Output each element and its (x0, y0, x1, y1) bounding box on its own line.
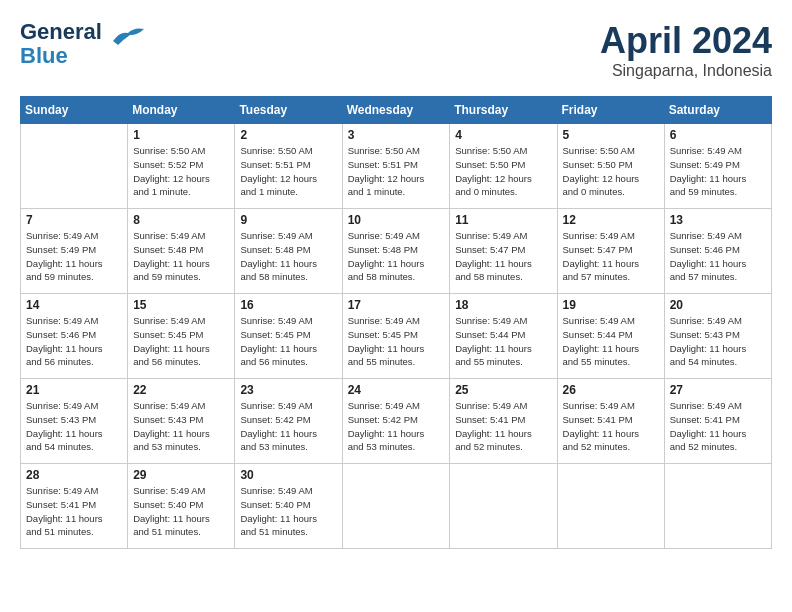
calendar-cell (450, 464, 557, 549)
day-number: 30 (240, 468, 336, 482)
weekday-header-monday: Monday (128, 97, 235, 124)
calendar-cell: 1Sunrise: 5:50 AMSunset: 5:52 PMDaylight… (128, 124, 235, 209)
day-info: Sunrise: 5:49 AMSunset: 5:41 PMDaylight:… (26, 484, 122, 539)
page-header: General Blue April 2024 Singaparna, Indo… (20, 20, 772, 80)
day-number: 6 (670, 128, 766, 142)
day-info: Sunrise: 5:50 AMSunset: 5:51 PMDaylight:… (240, 144, 336, 199)
logo-line1: General (20, 19, 102, 44)
day-number: 22 (133, 383, 229, 397)
day-number: 8 (133, 213, 229, 227)
day-number: 25 (455, 383, 551, 397)
day-number: 26 (563, 383, 659, 397)
day-info: Sunrise: 5:49 AMSunset: 5:43 PMDaylight:… (670, 314, 766, 369)
day-number: 10 (348, 213, 445, 227)
calendar-cell: 16Sunrise: 5:49 AMSunset: 5:45 PMDayligh… (235, 294, 342, 379)
day-info: Sunrise: 5:49 AMSunset: 5:47 PMDaylight:… (455, 229, 551, 284)
day-number: 7 (26, 213, 122, 227)
day-info: Sunrise: 5:49 AMSunset: 5:42 PMDaylight:… (348, 399, 445, 454)
month-title: April 2024 (600, 20, 772, 62)
day-info: Sunrise: 5:49 AMSunset: 5:48 PMDaylight:… (133, 229, 229, 284)
calendar-cell: 30Sunrise: 5:49 AMSunset: 5:40 PMDayligh… (235, 464, 342, 549)
calendar-cell: 26Sunrise: 5:49 AMSunset: 5:41 PMDayligh… (557, 379, 664, 464)
calendar-cell: 13Sunrise: 5:49 AMSunset: 5:46 PMDayligh… (664, 209, 771, 294)
day-number: 5 (563, 128, 659, 142)
day-info: Sunrise: 5:49 AMSunset: 5:47 PMDaylight:… (563, 229, 659, 284)
day-number: 3 (348, 128, 445, 142)
day-number: 13 (670, 213, 766, 227)
weekday-header-wednesday: Wednesday (342, 97, 450, 124)
day-info: Sunrise: 5:49 AMSunset: 5:44 PMDaylight:… (455, 314, 551, 369)
calendar-cell: 29Sunrise: 5:49 AMSunset: 5:40 PMDayligh… (128, 464, 235, 549)
day-info: Sunrise: 5:49 AMSunset: 5:41 PMDaylight:… (670, 399, 766, 454)
calendar-cell (342, 464, 450, 549)
day-number: 11 (455, 213, 551, 227)
day-number: 4 (455, 128, 551, 142)
calendar-cell (557, 464, 664, 549)
calendar-cell: 27Sunrise: 5:49 AMSunset: 5:41 PMDayligh… (664, 379, 771, 464)
calendar-week-row: 28Sunrise: 5:49 AMSunset: 5:41 PMDayligh… (21, 464, 772, 549)
day-number: 2 (240, 128, 336, 142)
day-number: 28 (26, 468, 122, 482)
day-info: Sunrise: 5:49 AMSunset: 5:48 PMDaylight:… (348, 229, 445, 284)
calendar-cell: 18Sunrise: 5:49 AMSunset: 5:44 PMDayligh… (450, 294, 557, 379)
day-number: 15 (133, 298, 229, 312)
day-number: 17 (348, 298, 445, 312)
day-info: Sunrise: 5:49 AMSunset: 5:49 PMDaylight:… (670, 144, 766, 199)
calendar-cell: 23Sunrise: 5:49 AMSunset: 5:42 PMDayligh… (235, 379, 342, 464)
calendar-week-row: 14Sunrise: 5:49 AMSunset: 5:46 PMDayligh… (21, 294, 772, 379)
day-info: Sunrise: 5:49 AMSunset: 5:44 PMDaylight:… (563, 314, 659, 369)
day-number: 18 (455, 298, 551, 312)
calendar-cell: 28Sunrise: 5:49 AMSunset: 5:41 PMDayligh… (21, 464, 128, 549)
calendar-cell: 2Sunrise: 5:50 AMSunset: 5:51 PMDaylight… (235, 124, 342, 209)
calendar-cell: 14Sunrise: 5:49 AMSunset: 5:46 PMDayligh… (21, 294, 128, 379)
day-number: 24 (348, 383, 445, 397)
day-number: 12 (563, 213, 659, 227)
logo: General Blue (20, 20, 146, 68)
day-info: Sunrise: 5:50 AMSunset: 5:52 PMDaylight:… (133, 144, 229, 199)
calendar-cell: 15Sunrise: 5:49 AMSunset: 5:45 PMDayligh… (128, 294, 235, 379)
day-info: Sunrise: 5:49 AMSunset: 5:43 PMDaylight:… (26, 399, 122, 454)
calendar-cell: 9Sunrise: 5:49 AMSunset: 5:48 PMDaylight… (235, 209, 342, 294)
day-number: 29 (133, 468, 229, 482)
day-info: Sunrise: 5:50 AMSunset: 5:50 PMDaylight:… (563, 144, 659, 199)
day-info: Sunrise: 5:49 AMSunset: 5:45 PMDaylight:… (348, 314, 445, 369)
title-block: April 2024 Singaparna, Indonesia (600, 20, 772, 80)
day-info: Sunrise: 5:49 AMSunset: 5:46 PMDaylight:… (26, 314, 122, 369)
calendar-cell: 24Sunrise: 5:49 AMSunset: 5:42 PMDayligh… (342, 379, 450, 464)
day-info: Sunrise: 5:49 AMSunset: 5:46 PMDaylight:… (670, 229, 766, 284)
day-info: Sunrise: 5:49 AMSunset: 5:45 PMDaylight:… (133, 314, 229, 369)
logo-bird-icon (108, 23, 146, 55)
calendar-cell: 25Sunrise: 5:49 AMSunset: 5:41 PMDayligh… (450, 379, 557, 464)
logo-line2: Blue (20, 43, 68, 68)
calendar-cell: 6Sunrise: 5:49 AMSunset: 5:49 PMDaylight… (664, 124, 771, 209)
day-number: 19 (563, 298, 659, 312)
day-number: 9 (240, 213, 336, 227)
day-number: 27 (670, 383, 766, 397)
day-info: Sunrise: 5:49 AMSunset: 5:43 PMDaylight:… (133, 399, 229, 454)
calendar-cell: 22Sunrise: 5:49 AMSunset: 5:43 PMDayligh… (128, 379, 235, 464)
location-subtitle: Singaparna, Indonesia (600, 62, 772, 80)
calendar-cell: 20Sunrise: 5:49 AMSunset: 5:43 PMDayligh… (664, 294, 771, 379)
calendar-table: SundayMondayTuesdayWednesdayThursdayFrid… (20, 96, 772, 549)
day-info: Sunrise: 5:50 AMSunset: 5:51 PMDaylight:… (348, 144, 445, 199)
day-info: Sunrise: 5:49 AMSunset: 5:45 PMDaylight:… (240, 314, 336, 369)
day-number: 21 (26, 383, 122, 397)
calendar-cell: 11Sunrise: 5:49 AMSunset: 5:47 PMDayligh… (450, 209, 557, 294)
day-number: 16 (240, 298, 336, 312)
calendar-cell: 12Sunrise: 5:49 AMSunset: 5:47 PMDayligh… (557, 209, 664, 294)
calendar-week-row: 1Sunrise: 5:50 AMSunset: 5:52 PMDaylight… (21, 124, 772, 209)
day-info: Sunrise: 5:49 AMSunset: 5:40 PMDaylight:… (240, 484, 336, 539)
calendar-cell: 4Sunrise: 5:50 AMSunset: 5:50 PMDaylight… (450, 124, 557, 209)
calendar-cell: 21Sunrise: 5:49 AMSunset: 5:43 PMDayligh… (21, 379, 128, 464)
calendar-week-row: 21Sunrise: 5:49 AMSunset: 5:43 PMDayligh… (21, 379, 772, 464)
calendar-cell (21, 124, 128, 209)
day-info: Sunrise: 5:49 AMSunset: 5:42 PMDaylight:… (240, 399, 336, 454)
weekday-header-thursday: Thursday (450, 97, 557, 124)
calendar-cell: 7Sunrise: 5:49 AMSunset: 5:49 PMDaylight… (21, 209, 128, 294)
calendar-cell: 5Sunrise: 5:50 AMSunset: 5:50 PMDaylight… (557, 124, 664, 209)
calendar-cell (664, 464, 771, 549)
weekday-header-friday: Friday (557, 97, 664, 124)
day-number: 14 (26, 298, 122, 312)
day-info: Sunrise: 5:50 AMSunset: 5:50 PMDaylight:… (455, 144, 551, 199)
calendar-cell: 19Sunrise: 5:49 AMSunset: 5:44 PMDayligh… (557, 294, 664, 379)
